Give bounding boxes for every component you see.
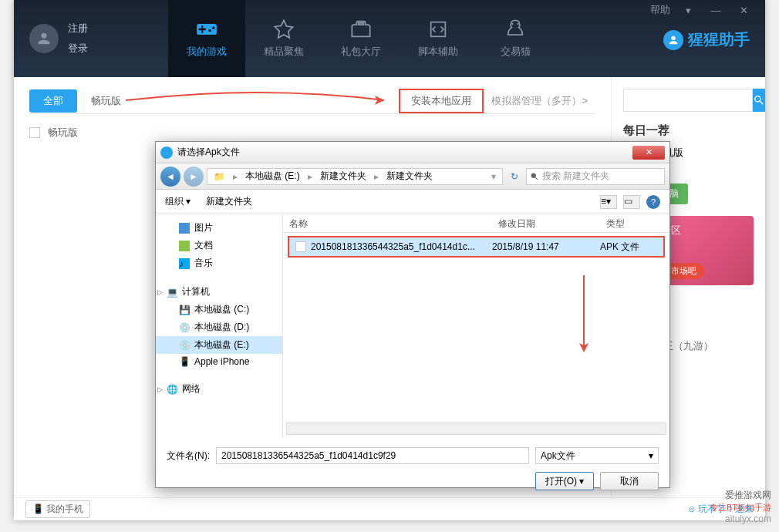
svg-point-3 — [671, 35, 675, 39]
search-bar — [623, 89, 754, 112]
filename-label: 文件名(N): — [167, 450, 210, 463]
tree-music[interactable]: ♪音乐 — [156, 254, 282, 272]
watermark-title: 爱推游戏网 — [710, 489, 771, 502]
checkbox[interactable] — [29, 127, 40, 138]
filetype-select[interactable]: Apk文件▾ — [535, 447, 659, 464]
col-date[interactable]: 修改日期 — [492, 214, 600, 232]
dialog-search[interactable]: 搜索 新建文件夹 — [526, 168, 665, 185]
install-local-link[interactable]: 安装本地应用 — [399, 89, 484, 113]
watermark-sub: 专注BT折扣手游 — [710, 502, 771, 513]
avatar[interactable] — [29, 24, 59, 53]
tree-disk-e[interactable]: 💿本地磁盘 (E:) — [156, 336, 282, 354]
refresh-button[interactable]: ↻ — [506, 168, 523, 185]
breadcrumb-segment[interactable]: 新建文件夹 — [317, 170, 369, 183]
cancel-button[interactable]: 取消 — [600, 472, 659, 490]
view-button[interactable]: ≡▾ — [600, 195, 617, 209]
open-button[interactable]: 打开(O) ▾ — [535, 472, 594, 490]
file-dialog: 请选择Apk文件 ✕ ◄ ► 📁 ▸ 本地磁盘 (E:) ▸ 新建文件夹 ▸ 新… — [155, 141, 670, 488]
tree-computer[interactable]: ▷💻计算机 — [156, 283, 282, 301]
nav-tabs: 我的游戏 精品聚焦 礼包大厅 脚本辅助 交易猫 — [168, 0, 646, 77]
tree-pictures[interactable]: 图片 — [156, 219, 282, 237]
daily-title: 每日一荐 — [623, 123, 754, 138]
organize-button[interactable]: 组织 ▾ — [165, 195, 191, 208]
search-button[interactable] — [753, 89, 765, 112]
breadcrumb-segment[interactable]: 新建文件夹 — [383, 170, 436, 183]
tree-network[interactable]: ▷🌐网络 — [156, 380, 282, 398]
dialog-icon — [160, 146, 173, 159]
file-row[interactable]: 201508181336544325a5_f1d0414d1c... 2015/… — [289, 237, 663, 256]
nav-label: 精品聚焦 — [264, 45, 304, 59]
window-controls: 帮助 ▾ — ✕ — [646, 0, 757, 23]
login-link[interactable]: 登录 — [68, 42, 88, 56]
dialog-body: 图片 文档 ♪音乐 ▷💻计算机 💾本地磁盘 (C:) 💿本地磁盘 (D:) 💿本… — [156, 214, 669, 438]
svg-point-1 — [511, 23, 513, 25]
dialog-close-button[interactable]: ✕ — [632, 146, 665, 160]
minimize-button[interactable]: — — [702, 0, 730, 20]
register-link[interactable]: 注册 — [68, 22, 88, 35]
col-name[interactable]: 名称 — [283, 214, 492, 232]
filename-input[interactable] — [216, 447, 529, 464]
folder-tree: 图片 文档 ♪音乐 ▷💻计算机 💾本地磁盘 (C:) 💿本地磁盘 (D:) 💿本… — [156, 214, 283, 438]
svg-point-2 — [517, 23, 518, 25]
annotation-arrow-2 — [576, 271, 592, 364]
help-button[interactable]: 帮助 — [646, 0, 674, 20]
new-folder-button[interactable]: 新建文件夹 — [206, 195, 252, 208]
dialog-nav: ◄ ► 📁 ▸ 本地磁盘 (E:) ▸ 新建文件夹 ▸ 新建文件夹 ▾ ↻ 搜索… — [156, 163, 669, 190]
file-date: 2015/8/19 11:47 — [486, 238, 594, 255]
brand-text: 猩猩助手 — [688, 29, 750, 50]
search-placeholder: 搜索 新建文件夹 — [542, 170, 609, 183]
nav-tab-trade[interactable]: 交易猫 — [477, 0, 554, 77]
dialog-toolbar: 组织 ▾ 新建文件夹 ≡▾ ▭ ? — [156, 190, 669, 214]
tree-disk-c[interactable]: 💾本地磁盘 (C:) — [156, 301, 282, 318]
watermark-url: aituiyx.com — [710, 513, 771, 524]
breadcrumb[interactable]: 📁 ▸ 本地磁盘 (E:) ▸ 新建文件夹 ▸ 新建文件夹 ▾ — [207, 168, 503, 185]
header: 注册 登录 我的游戏 精品聚焦 礼包大厅 脚本辅助 交易猫 帮助 ▾ — ✕ 猩… — [14, 0, 765, 77]
file-type: APK 文件 — [594, 237, 663, 257]
forward-button[interactable]: ► — [184, 167, 204, 187]
scrollbar[interactable] — [286, 423, 666, 435]
dialog-title: 请选择Apk文件 — [177, 146, 240, 159]
nav-label: 我的游戏 — [187, 45, 227, 59]
nav-label: 脚本辅助 — [418, 45, 458, 59]
nav-label: 交易猫 — [501, 45, 531, 59]
annotation-highlight: 201508181336544325a5_f1d0414d1c... 2015/… — [288, 236, 665, 258]
brand-icon — [663, 30, 683, 50]
file-name: 201508181336544325a5_f1d0414d1c... — [311, 241, 475, 252]
help-icon[interactable]: ? — [646, 195, 660, 209]
tree-documents[interactable]: 文档 — [156, 237, 282, 254]
nav-tab-gifts[interactable]: 礼包大厅 — [322, 0, 400, 77]
file-icon — [295, 241, 306, 252]
file-header: 名称 修改日期 类型 — [283, 214, 669, 233]
preview-button[interactable]: ▭ — [623, 195, 640, 209]
tree-disk-d[interactable]: 💿本地磁盘 (D:) — [156, 318, 282, 336]
breadcrumb-segment[interactable]: 本地磁盘 (E:) — [242, 170, 303, 183]
file-list: 名称 修改日期 类型 201508181336544325a5_f1d0414d… — [283, 214, 669, 438]
brand: 猩猩助手 — [663, 29, 757, 50]
nav-tab-featured[interactable]: 精品聚焦 — [245, 0, 322, 77]
nav-label: 礼包大厅 — [341, 45, 381, 59]
watermark: 爱推游戏网 专注BT折扣手游 aituiyx.com — [710, 489, 771, 524]
user-area: 注册 登录 — [14, 0, 168, 77]
close-button[interactable]: ✕ — [730, 0, 757, 20]
nav-tab-mygames[interactable]: 我的游戏 — [168, 0, 245, 77]
tree-iphone[interactable]: 📱Apple iPhone — [156, 354, 282, 369]
emulator-manage-link[interactable]: 模拟器管理（多开）> — [484, 90, 595, 112]
search-input[interactable] — [623, 89, 753, 112]
annotation-arrow-1 — [122, 81, 400, 120]
subtab-all[interactable]: 全部 — [29, 89, 77, 113]
footer: 📱 我的手机 ⊙ 玩不了！速来 — [14, 497, 765, 520]
my-phone-button[interactable]: 📱 我的手机 — [25, 500, 90, 518]
back-button[interactable]: ◄ — [160, 167, 180, 187]
menu-button[interactable]: ▾ — [674, 0, 702, 20]
nav-tab-scripts[interactable]: 脚本辅助 — [400, 0, 477, 77]
dialog-footer: 文件名(N): Apk文件▾ 打开(O) ▾ 取消 — [156, 438, 669, 500]
folder-icon: 📁 — [211, 171, 228, 182]
dialog-titlebar: 请选择Apk文件 ✕ — [156, 142, 669, 163]
col-type[interactable]: 类型 — [600, 214, 669, 232]
game-name: 畅玩版 — [48, 126, 78, 140]
